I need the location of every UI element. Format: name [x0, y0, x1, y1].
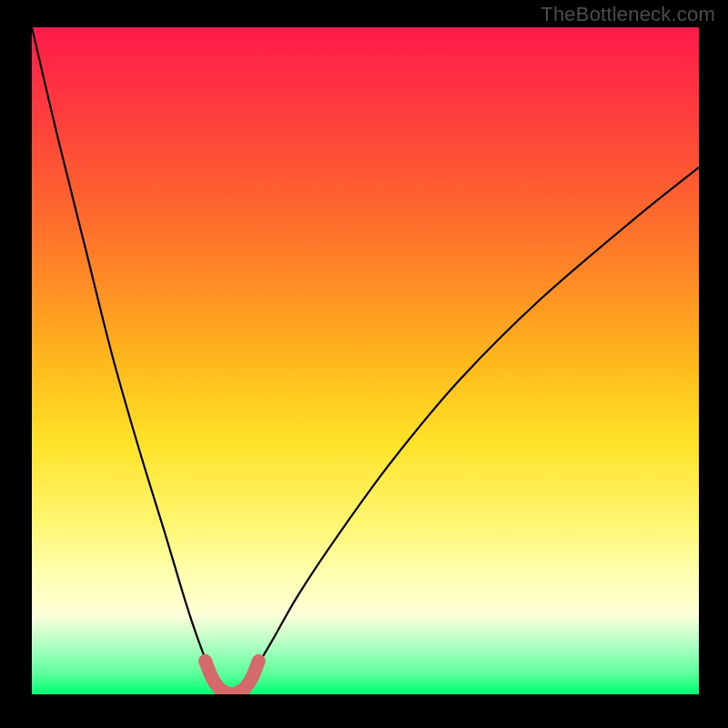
curve-overlay [32, 27, 699, 694]
bottleneck-curve [32, 27, 699, 694]
watermark-text: TheBottleneck.com [541, 3, 715, 26]
notch-accent [206, 661, 259, 694]
chart-container: TheBottleneck.com [0, 0, 728, 728]
